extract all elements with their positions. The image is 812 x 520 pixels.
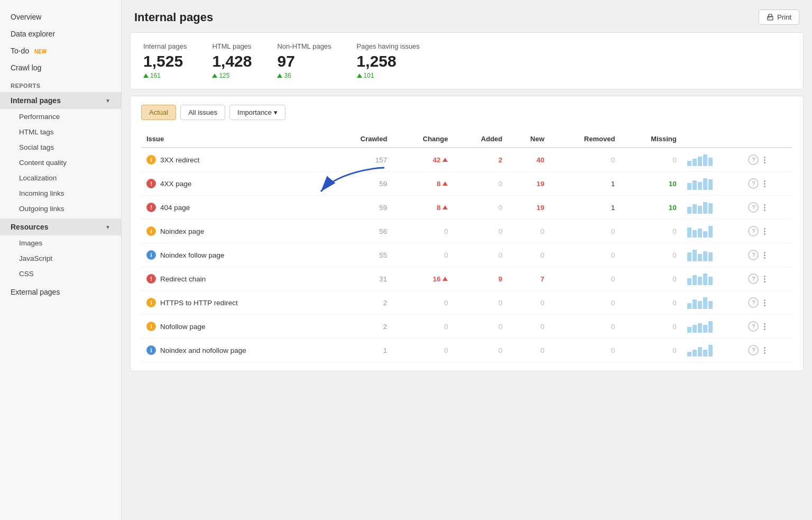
- trend-up-icon: [212, 74, 217, 78]
- filter-importance-button[interactable]: Importance ▾: [229, 105, 285, 120]
- more-dot: [764, 302, 765, 304]
- help-button[interactable]: ?: [748, 250, 759, 260]
- table-row[interactable]: ! 4XX page 59 8 0 19 1 10 ?: [141, 172, 792, 196]
- col-chart: [682, 131, 743, 148]
- bar-segment: [703, 251, 707, 261]
- col-change: Change: [392, 131, 453, 148]
- sidebar-item-css[interactable]: CSS: [0, 266, 121, 281]
- print-icon: [767, 14, 774, 21]
- new-cell: 7: [508, 267, 549, 291]
- sidebar-item-internal-pages[interactable]: Internal pages ▼: [0, 92, 121, 109]
- bar-segment: [687, 227, 691, 238]
- chart-cell: [682, 315, 743, 339]
- more-button[interactable]: [763, 203, 767, 212]
- sidebar-item-resources[interactable]: Resources ▼: [0, 218, 121, 235]
- table-row[interactable]: i Noindex follow page 55 0 0 0 0 0 ?: [141, 243, 792, 267]
- missing-cell: 0: [620, 220, 681, 243]
- sidebar-item-performance[interactable]: Performance: [0, 109, 121, 124]
- sidebar-item-javascript[interactable]: JavaScript: [0, 251, 121, 266]
- stat-html-pages: HTML pages 1,428 125: [212, 42, 252, 79]
- sidebar-item-html-tags[interactable]: HTML tags: [0, 124, 121, 140]
- bar-segment: [708, 179, 713, 190]
- help-button[interactable]: ?: [748, 178, 759, 189]
- bar-segment: [708, 203, 713, 214]
- more-dot: [764, 159, 765, 161]
- sidebar-item-todo[interactable]: To-do NEW: [0, 42, 121, 59]
- more-dot: [764, 352, 765, 354]
- table-row[interactable]: i 3XX redirect 157 42 2 40 0 0 ?: [141, 148, 792, 172]
- change-cell: 0: [392, 339, 453, 362]
- removed-cell: 0: [550, 267, 621, 291]
- sidebar-item-overview[interactable]: Overview: [0, 8, 121, 25]
- col-removed: Removed: [550, 131, 621, 148]
- more-dot: [764, 323, 765, 325]
- help-button[interactable]: ?: [748, 297, 759, 308]
- bar-segment: [687, 207, 691, 214]
- added-cell: 9: [453, 267, 508, 291]
- crawled-cell: 31: [329, 267, 392, 291]
- bar-segment: [693, 299, 697, 309]
- more-dot: [764, 278, 765, 280]
- stat-non-html-pages: Non-HTML pages 97 36: [277, 42, 331, 79]
- filter-all-issues-button[interactable]: All issues: [180, 105, 225, 120]
- bar-segment: [703, 273, 707, 285]
- stats-bar: Internal pages 1,525 161 HTML pages 1,42…: [130, 32, 804, 89]
- sidebar-item-social-tags[interactable]: Social tags: [0, 140, 121, 155]
- change-cell: 42: [392, 148, 453, 172]
- bar-segment: [708, 345, 713, 357]
- trend-up-icon: [277, 74, 282, 78]
- chart-cell: [682, 220, 743, 243]
- sidebar-item-outgoing-links[interactable]: Outgoing links: [0, 201, 121, 216]
- sidebar-item-external-pages[interactable]: External pages: [0, 284, 121, 300]
- help-button[interactable]: ?: [748, 202, 759, 213]
- sidebar-item-crawl-log[interactable]: Crawl log: [0, 59, 121, 76]
- removed-cell: 0: [550, 339, 621, 362]
- more-button[interactable]: [763, 179, 767, 188]
- sidebar-item-content-quality[interactable]: Content quality: [0, 155, 121, 170]
- more-button[interactable]: [763, 275, 767, 284]
- issue-label: Redirect chain: [160, 275, 206, 283]
- table-row[interactable]: i HTTPS to HTTP redirect 2 0 0 0 0 0 ?: [141, 291, 792, 315]
- bar-segment: [708, 321, 713, 333]
- action-cell: ?: [743, 291, 792, 315]
- new-cell: 0: [508, 291, 549, 315]
- new-cell: 0: [508, 243, 549, 267]
- sidebar-item-data-explorer[interactable]: Data explorer: [0, 25, 121, 42]
- help-button[interactable]: ?: [748, 226, 759, 236]
- more-button[interactable]: [763, 156, 767, 165]
- more-dot: [764, 209, 765, 211]
- table-row[interactable]: i Noindex page 56 0 0 0 0 0 ?: [141, 220, 792, 243]
- filter-actual-button[interactable]: Actual: [141, 105, 176, 120]
- issues-table-area: Actual All issues Importance ▾: [130, 96, 804, 371]
- more-button[interactable]: [763, 227, 767, 236]
- chevron-down-icon: ▼: [105, 224, 110, 230]
- crawled-cell: 55: [329, 243, 392, 267]
- table-row[interactable]: ! 404 page 59 8 0 19 1 10 ?: [141, 196, 792, 220]
- more-button[interactable]: [763, 346, 767, 355]
- bar-segment: [693, 159, 697, 166]
- more-button[interactable]: [763, 298, 767, 307]
- chart-cell: [682, 172, 743, 196]
- bar-segment: [703, 325, 707, 333]
- missing-cell: 10: [620, 172, 681, 196]
- sidebar-item-images[interactable]: Images: [0, 235, 121, 251]
- col-actions: [743, 131, 792, 148]
- more-button[interactable]: [763, 322, 767, 331]
- print-button[interactable]: Print: [759, 10, 799, 25]
- trend-up-icon: [442, 277, 448, 281]
- help-button[interactable]: ?: [748, 154, 759, 165]
- more-button[interactable]: [763, 251, 767, 260]
- change-cell: 8: [392, 172, 453, 196]
- chart-cell: [682, 196, 743, 220]
- help-button[interactable]: ?: [748, 273, 759, 284]
- bar-segment: [687, 161, 691, 166]
- reports-section-label: REPORTS: [0, 76, 121, 92]
- sidebar-item-localization[interactable]: Localization: [0, 170, 121, 186]
- sidebar-item-incoming-links[interactable]: Incoming links: [0, 186, 121, 201]
- help-button[interactable]: ?: [748, 345, 759, 355]
- table-row[interactable]: ! Redirect chain 31 16 9 7 0 0 ?: [141, 267, 792, 291]
- table-row[interactable]: i Nofollow page 2 0 0 0 0 0 ?: [141, 315, 792, 339]
- help-button[interactable]: ?: [748, 321, 759, 332]
- crawled-cell: 2: [329, 291, 392, 315]
- table-row[interactable]: i Noindex and nofollow page 1 0 0 0 0 0 …: [141, 339, 792, 362]
